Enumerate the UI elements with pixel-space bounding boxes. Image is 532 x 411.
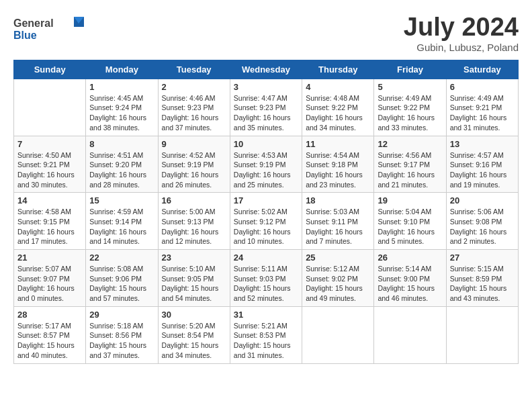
calendar-cell: 19Sunrise: 5:04 AM Sunset: 9:10 PM Dayli… [374,193,446,250]
calendar-cell: 30Sunrise: 5:20 AM Sunset: 8:54 PM Dayli… [158,306,230,363]
day-number: 31 [234,310,298,320]
calendar-cell: 15Sunrise: 4:59 AM Sunset: 9:14 PM Dayli… [86,193,158,250]
day-of-week-header: Thursday [302,60,374,79]
day-info: Sunrise: 4:54 AM Sunset: 9:18 PM Dayligh… [306,150,370,190]
day-number: 5 [378,82,442,92]
logo: General Blue [13,13,87,46]
day-info: Sunrise: 5:12 AM Sunset: 9:02 PM Dayligh… [306,264,370,304]
calendar-cell: 6Sunrise: 4:49 AM Sunset: 9:21 PM Daylig… [446,79,518,136]
calendar-cell: 16Sunrise: 5:00 AM Sunset: 9:13 PM Dayli… [158,193,230,250]
day-info: Sunrise: 4:51 AM Sunset: 9:20 PM Dayligh… [89,150,154,190]
title-section: July 2024 Gubin, Lubusz, Poland [404,13,519,53]
day-info: Sunrise: 4:59 AM Sunset: 9:14 PM Dayligh… [89,207,154,246]
day-info: Sunrise: 4:45 AM Sunset: 9:24 PM Dayligh… [89,93,154,133]
day-number: 27 [450,253,515,263]
day-info: Sunrise: 5:08 AM Sunset: 9:06 PM Dayligh… [89,264,154,304]
day-of-week-header: Saturday [446,60,518,79]
calendar-week-row: 28Sunrise: 5:17 AM Sunset: 8:57 PM Dayli… [14,306,519,363]
day-info: Sunrise: 4:47 AM Sunset: 9:23 PM Dayligh… [234,93,298,133]
day-info: Sunrise: 5:10 AM Sunset: 9:05 PM Dayligh… [162,264,226,304]
day-number: 11 [306,139,370,149]
calendar-cell: 5Sunrise: 4:49 AM Sunset: 9:22 PM Daylig… [374,79,446,136]
calendar-cell: 1Sunrise: 4:45 AM Sunset: 9:24 PM Daylig… [86,79,158,136]
calendar-cell: 27Sunrise: 5:15 AM Sunset: 8:59 PM Dayli… [446,250,518,307]
calendar-cell: 3Sunrise: 4:47 AM Sunset: 9:23 PM Daylig… [230,79,302,136]
day-number: 4 [306,82,370,92]
svg-text:Blue: Blue [13,30,37,41]
day-info: Sunrise: 5:06 AM Sunset: 9:08 PM Dayligh… [450,207,515,246]
calendar-cell: 10Sunrise: 4:53 AM Sunset: 9:19 PM Dayli… [230,136,302,193]
day-number: 13 [450,139,515,149]
day-number: 29 [89,310,154,320]
day-number: 25 [306,253,370,263]
day-number: 24 [234,253,298,263]
logo-text: General Blue [13,13,87,46]
day-info: Sunrise: 5:15 AM Sunset: 8:59 PM Dayligh… [450,264,515,304]
calendar-week-row: 1Sunrise: 4:45 AM Sunset: 9:24 PM Daylig… [14,79,519,136]
day-number: 22 [89,253,154,263]
day-number: 3 [234,82,298,92]
calendar-week-row: 7Sunrise: 4:50 AM Sunset: 9:21 PM Daylig… [14,136,519,193]
calendar-cell [374,306,446,363]
calendar-cell [302,306,374,363]
day-info: Sunrise: 5:18 AM Sunset: 8:56 PM Dayligh… [89,321,154,361]
calendar-cell [446,306,518,363]
day-info: Sunrise: 4:58 AM Sunset: 9:15 PM Dayligh… [17,207,82,246]
day-info: Sunrise: 5:00 AM Sunset: 9:13 PM Dayligh… [162,207,226,246]
day-info: Sunrise: 5:17 AM Sunset: 8:57 PM Dayligh… [17,321,82,361]
page-header: General Blue July 2024 Gubin, Lubusz, Po… [13,13,519,53]
day-info: Sunrise: 4:56 AM Sunset: 9:17 PM Dayligh… [378,150,442,190]
calendar-cell: 18Sunrise: 5:03 AM Sunset: 9:11 PM Dayli… [302,193,374,250]
day-info: Sunrise: 5:20 AM Sunset: 8:54 PM Dayligh… [162,321,226,361]
calendar-cell: 20Sunrise: 5:06 AM Sunset: 9:08 PM Dayli… [446,193,518,250]
day-number: 10 [234,139,298,149]
calendar-cell: 24Sunrise: 5:11 AM Sunset: 9:03 PM Dayli… [230,250,302,307]
day-info: Sunrise: 5:11 AM Sunset: 9:03 PM Dayligh… [234,264,298,304]
day-number: 20 [450,195,515,205]
calendar-cell: 11Sunrise: 4:54 AM Sunset: 9:18 PM Dayli… [302,136,374,193]
day-of-week-header: Friday [374,60,446,79]
day-number: 7 [17,139,82,149]
day-info: Sunrise: 5:07 AM Sunset: 9:07 PM Dayligh… [17,264,82,304]
day-number: 16 [162,195,226,205]
day-info: Sunrise: 5:03 AM Sunset: 9:11 PM Dayligh… [306,207,370,246]
day-number: 19 [378,195,442,205]
day-number: 12 [378,139,442,149]
logo-svg: General Blue [13,13,87,44]
day-of-week-header: Wednesday [230,60,302,79]
day-number: 1 [89,82,154,92]
day-info: Sunrise: 5:21 AM Sunset: 8:53 PM Dayligh… [234,321,298,361]
day-info: Sunrise: 4:57 AM Sunset: 9:16 PM Dayligh… [450,150,515,190]
day-info: Sunrise: 4:49 AM Sunset: 9:21 PM Dayligh… [450,93,515,133]
calendar-cell: 8Sunrise: 4:51 AM Sunset: 9:20 PM Daylig… [86,136,158,193]
day-info: Sunrise: 4:53 AM Sunset: 9:19 PM Dayligh… [234,150,298,190]
calendar-cell: 28Sunrise: 5:17 AM Sunset: 8:57 PM Dayli… [14,306,86,363]
day-info: Sunrise: 5:02 AM Sunset: 9:12 PM Dayligh… [234,207,298,246]
day-number: 18 [306,195,370,205]
day-of-week-header: Sunday [14,60,86,79]
day-number: 17 [234,195,298,205]
month-title: July 2024 [404,13,519,42]
calendar-cell: 29Sunrise: 5:18 AM Sunset: 8:56 PM Dayli… [86,306,158,363]
day-number: 26 [378,253,442,263]
day-info: Sunrise: 4:46 AM Sunset: 9:23 PM Dayligh… [162,93,226,133]
calendar-cell: 25Sunrise: 5:12 AM Sunset: 9:02 PM Dayli… [302,250,374,307]
calendar-week-row: 21Sunrise: 5:07 AM Sunset: 9:07 PM Dayli… [14,250,519,307]
calendar-week-row: 14Sunrise: 4:58 AM Sunset: 9:15 PM Dayli… [14,193,519,250]
day-number: 2 [162,82,226,92]
calendar-cell: 12Sunrise: 4:56 AM Sunset: 9:17 PM Dayli… [374,136,446,193]
calendar-cell: 23Sunrise: 5:10 AM Sunset: 9:05 PM Dayli… [158,250,230,307]
day-info: Sunrise: 4:49 AM Sunset: 9:22 PM Dayligh… [378,93,442,133]
calendar-cell: 4Sunrise: 4:48 AM Sunset: 9:22 PM Daylig… [302,79,374,136]
calendar-cell: 31Sunrise: 5:21 AM Sunset: 8:53 PM Dayli… [230,306,302,363]
location-subtitle: Gubin, Lubusz, Poland [404,42,519,53]
day-number: 28 [17,310,82,320]
day-info: Sunrise: 5:04 AM Sunset: 9:10 PM Dayligh… [378,207,442,246]
calendar-cell: 9Sunrise: 4:52 AM Sunset: 9:19 PM Daylig… [158,136,230,193]
day-of-week-header: Tuesday [158,60,230,79]
day-number: 6 [450,82,515,92]
calendar-cell: 7Sunrise: 4:50 AM Sunset: 9:21 PM Daylig… [14,136,86,193]
day-number: 30 [162,310,226,320]
day-info: Sunrise: 4:52 AM Sunset: 9:19 PM Dayligh… [162,150,226,190]
day-info: Sunrise: 4:48 AM Sunset: 9:22 PM Dayligh… [306,93,370,133]
